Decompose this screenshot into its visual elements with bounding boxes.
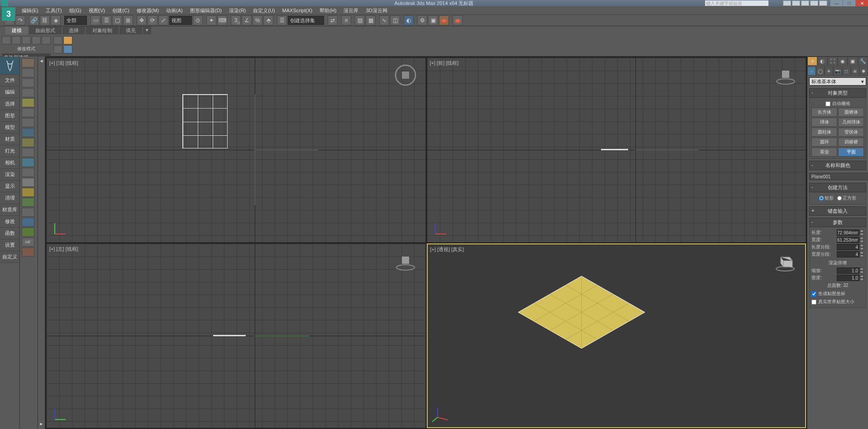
- render-button[interactable]: 🫖: [453, 15, 463, 25]
- rollout-object-type[interactable]: 对象类型: [809, 88, 866, 98]
- sidebar-modify[interactable]: 修改: [0, 216, 19, 228]
- minimize-button[interactable]: —: [830, 0, 843, 6]
- wseg-input[interactable]: [837, 251, 859, 257]
- rect-select-button[interactable]: ▢: [112, 15, 122, 25]
- create-tab[interactable]: ✦: [807, 57, 817, 66]
- viewport-perspective[interactable]: [+] [透视] [真实]: [427, 243, 806, 429]
- schematic-view-button[interactable]: ◫: [390, 15, 400, 25]
- help-icon[interactable]: [801, 0, 809, 6]
- globe-icon[interactable]: [22, 218, 34, 227]
- auto-grid-checkbox[interactable]: [825, 101, 830, 106]
- menu-create[interactable]: 创建(C): [109, 6, 133, 15]
- cameras-subtab[interactable]: 📷: [833, 67, 842, 76]
- display-tab[interactable]: ▣: [848, 57, 858, 66]
- menu-3dxuanyun[interactable]: 3D渲云网: [362, 6, 391, 15]
- sidebar-light[interactable]: 灯光: [0, 145, 19, 157]
- spinner-up[interactable]: ▴: [859, 244, 864, 247]
- sidebar-matlib[interactable]: 材质库: [0, 204, 19, 216]
- sphere-icon[interactable]: [22, 148, 34, 157]
- method-square-radio[interactable]: 正方形: [837, 195, 856, 201]
- sidebar-model[interactable]: 模型: [0, 122, 19, 133]
- primitive-teapot[interactable]: 茶壶: [811, 148, 837, 157]
- box-icon[interactable]: [22, 68, 34, 77]
- viewport-label-front[interactable]: [+] [前] [线框]: [430, 60, 459, 67]
- spinner-up[interactable]: ▴: [859, 237, 864, 240]
- menu-animation[interactable]: 动画(A): [162, 6, 186, 15]
- ribbon-icon[interactable]: [63, 45, 72, 53]
- method-rect-radio[interactable]: 矩形: [819, 195, 834, 201]
- primitive-sphere[interactable]: 球体: [811, 118, 837, 127]
- mirror-button[interactable]: ⇄: [328, 15, 338, 25]
- material-editor-button[interactable]: ◐: [404, 15, 414, 25]
- poly-vertex-icon[interactable]: [2, 36, 11, 44]
- object-name-input[interactable]: [809, 173, 868, 180]
- sidebar-select[interactable]: 选择: [0, 98, 19, 110]
- primitive-geosphere[interactable]: 几何球体: [838, 118, 864, 127]
- sidebar-settings[interactable]: 设置: [0, 239, 19, 251]
- teapot-icon[interactable]: [22, 58, 34, 67]
- plane-icon[interactable]: [22, 138, 34, 147]
- move-button[interactable]: ✥: [137, 15, 147, 25]
- modifier-icon[interactable]: [22, 108, 34, 117]
- menu-edit[interactable]: 编辑(E): [18, 6, 42, 15]
- ribbon-tab-selection[interactable]: 选择: [62, 26, 85, 34]
- menu-tools[interactable]: 工具(T): [42, 6, 66, 15]
- category-dropdown[interactable]: 标准基本体▾: [809, 77, 866, 86]
- help-icon[interactable]: [810, 0, 818, 6]
- help-icon[interactable]: [819, 0, 827, 6]
- camera-icon[interactable]: [22, 128, 34, 137]
- select-by-name-button[interactable]: ☰: [101, 15, 111, 25]
- sidebar-display[interactable]: 显示: [0, 181, 19, 192]
- spline-icon[interactable]: [22, 88, 34, 97]
- real-world-checkbox[interactable]: [811, 300, 816, 305]
- viewport-label-persp[interactable]: [+] [透视] [真实]: [430, 246, 464, 253]
- pivot-button[interactable]: ⊙: [193, 15, 203, 25]
- layers-button[interactable]: ▤: [355, 15, 365, 25]
- motion-tab[interactable]: ◉: [838, 57, 848, 66]
- gear-icon[interactable]: [22, 168, 34, 177]
- spinner-down[interactable]: ▾: [859, 278, 864, 281]
- redo-button[interactable]: ↷: [15, 15, 25, 25]
- ribbon-tab-freeform[interactable]: 自由形式: [29, 26, 62, 34]
- ribbon-tab-populate[interactable]: 填充: [119, 26, 142, 34]
- arrow-left-icon[interactable]: ◄: [39, 58, 44, 63]
- named-selection-dropdown[interactable]: 创建选择集: [288, 16, 324, 25]
- menu-modifiers[interactable]: 修改器(M): [133, 6, 163, 15]
- viewport-top[interactable]: [+] [顶] [线框]: [46, 57, 426, 243]
- angle-snap-button[interactable]: ∠: [242, 15, 252, 25]
- systems-subtab[interactable]: ✱: [859, 67, 868, 76]
- lseg-input[interactable]: [837, 244, 859, 250]
- primitive-torus[interactable]: 圆环: [811, 138, 837, 147]
- rock-icon[interactable]: [22, 248, 34, 257]
- ribbon-tab-modeling[interactable]: 建模: [5, 26, 28, 34]
- help-icon[interactable]: [792, 0, 800, 6]
- geometry-subtab[interactable]: ○: [807, 67, 816, 76]
- poly-element-icon[interactable]: [42, 36, 51, 44]
- primitive-box[interactable]: 长方体: [811, 108, 837, 117]
- manipulate-button[interactable]: ✦: [206, 15, 216, 25]
- gen-coords-checkbox[interactable]: [811, 291, 816, 296]
- viewport-label-top[interactable]: [+] [顶] [线框]: [49, 60, 78, 67]
- maximize-button[interactable]: □: [843, 0, 855, 6]
- primitive-tube[interactable]: 管状体: [838, 128, 864, 137]
- percent-snap-button[interactable]: %: [253, 15, 262, 25]
- snap-button[interactable]: 3⬡: [231, 15, 241, 25]
- ribbon-expand-icon[interactable]: ▾: [143, 26, 151, 34]
- scale-input[interactable]: [837, 267, 859, 274]
- modify-tab[interactable]: ◐: [817, 57, 827, 66]
- spacewarps-subtab[interactable]: ≋: [851, 67, 859, 76]
- width-input[interactable]: [837, 237, 859, 243]
- menu-graph-editors[interactable]: 图形编辑器(D): [186, 6, 225, 15]
- render-icon[interactable]: [22, 118, 34, 127]
- spinner-snap-button[interactable]: ⬘: [263, 15, 273, 25]
- viewcube-front[interactable]: [775, 64, 796, 86]
- window-crossing-button[interactable]: ⊞: [123, 15, 133, 25]
- render-frame-button[interactable]: ▣: [428, 15, 438, 25]
- tree-icon[interactable]: [22, 198, 34, 207]
- spinner-down[interactable]: ▾: [859, 254, 864, 257]
- spinner-down[interactable]: ▾: [859, 271, 864, 274]
- bind-button[interactable]: ◈: [51, 15, 61, 25]
- menu-views[interactable]: 视图(V): [85, 6, 109, 15]
- help-icon[interactable]: [783, 0, 791, 6]
- viewport-left[interactable]: [+] [左] [线框]: [46, 243, 426, 429]
